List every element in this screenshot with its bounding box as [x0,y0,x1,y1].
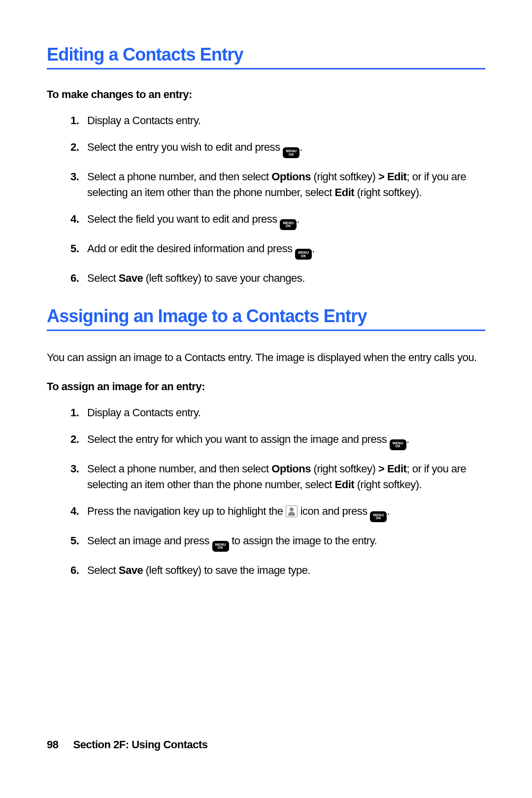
step-text: . [387,505,390,517]
person-icon [286,505,298,517]
step-text: (right softkey). [354,478,422,491]
bold-text: > Edit [378,170,407,183]
step-text: (left softkey) to save your changes. [143,272,305,284]
step-text: Select a phone number, and then select [87,463,271,475]
bold-text: Save [119,564,143,576]
step-text: Select the entry for which you want to a… [87,433,390,445]
list-item: Select a phone number, and then select O… [47,169,485,200]
bold-text: Options [271,170,311,183]
step-text: Press the navigation key up to highlight… [87,505,286,517]
step-text: Select [87,564,119,576]
step-text: Select the field you want to edit and pr… [87,213,280,225]
list-item: Select Save (left softkey) to save your … [47,270,485,286]
bold-text: Save [119,272,143,284]
step-text: (left softkey) to save the image type. [143,564,310,576]
step-text: . [297,213,299,225]
page-footer: 98Section 2F: Using Contacts [47,738,208,751]
step-text: (right softkey) [311,463,378,475]
list-item: Select an image and press MENUOK to assi… [47,533,485,552]
menu-ok-icon: MENUOK [212,541,229,552]
list-item: Display a Contacts entry. [47,405,485,421]
list-item: Select the entry for which you want to a… [47,432,485,450]
menu-ok-icon: MENUOK [390,439,406,450]
step-text: (right softkey). [354,186,422,199]
step-text: Select [87,272,119,284]
menu-ok-icon: MENUOK [295,249,312,260]
step-text: Select a phone number, and then select [87,170,271,183]
bold-text: Options [271,463,311,475]
bold-text: Edit [335,478,355,491]
list-item: Select a phone number, and then select O… [47,461,485,493]
step-text: Add or edit the desired information and … [87,242,295,255]
step-text: icon and press [298,505,370,517]
menu-ok-icon: MENUOK [370,511,387,522]
intro-paragraph: You can assign an image to a Contacts en… [47,350,485,366]
list-item: Select the entry you wish to edit and pr… [47,139,485,158]
menu-ok-icon: MENUOK [280,219,297,230]
heading-editing: Editing a Contacts Entry [47,44,485,69]
list-item: Add or edit the desired information and … [47,241,485,260]
page-number: 98 [47,738,58,751]
subhead-make-changes: To make changes to an entry: [47,88,485,101]
list-item: Display a Contacts entry. [47,113,485,129]
section-label: Section 2F: Using Contacts [73,738,207,751]
list-item: Select the field you want to edit and pr… [47,211,485,230]
bold-text: Edit [335,186,355,199]
list-item: Select Save (left softkey) to save the i… [47,563,485,578]
heading-assigning: Assigning an Image to a Contacts Entry [47,306,485,331]
assigning-steps: Display a Contacts entry. Select the ent… [47,405,485,578]
editing-steps: Display a Contacts entry. Select the ent… [47,113,485,286]
step-text: . [312,242,315,255]
step-text: (right softkey) [311,170,378,183]
step-text: . [299,141,302,153]
menu-ok-icon: MENUOK [283,147,299,158]
step-text: to assign the image to the entry. [229,534,377,547]
step-text: Select the entry you wish to edit and pr… [87,141,283,153]
bold-text: > Edit [378,463,407,475]
step-text: . [406,433,409,445]
subhead-assign-image: To assign an image for an entry: [47,380,485,393]
step-text: Select an image and press [87,534,212,547]
list-item: Press the navigation key up to highlight… [47,503,485,522]
